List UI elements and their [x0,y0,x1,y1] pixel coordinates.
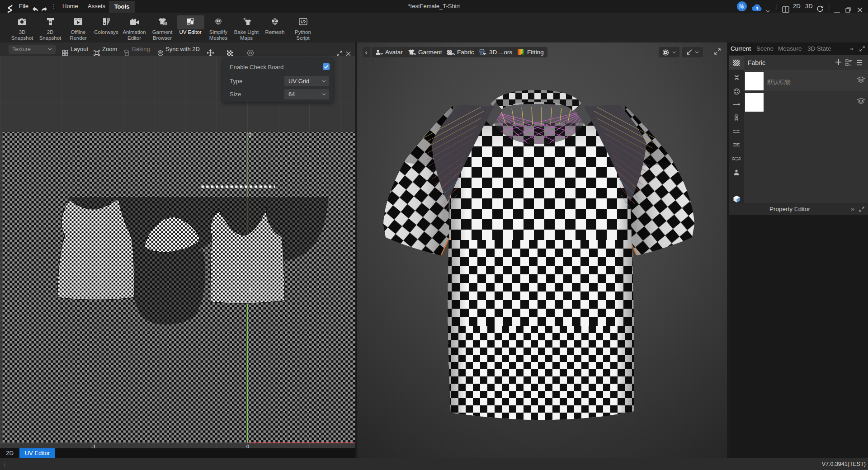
svg-text:0: 0 [246,444,249,448]
svg-text:-1: -1 [91,444,96,448]
svg-text:1: 1 [249,287,252,292]
svg-text:2D: 2D [159,52,162,54]
svg-text:2: 2 [249,132,251,138]
